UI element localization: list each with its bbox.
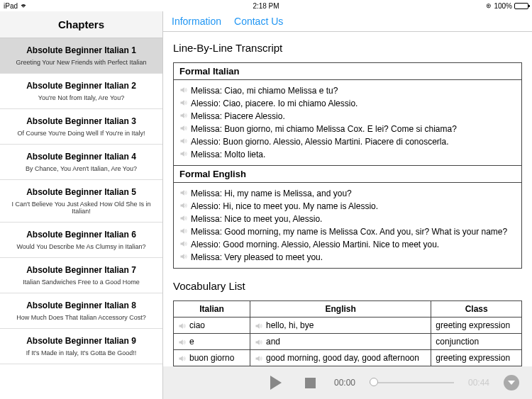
vocab-header-class: Class: [431, 301, 522, 317]
transcript-line[interactable]: Melissa: Good morning, my name is Meliss…: [179, 225, 516, 238]
battery-label: 100%: [494, 2, 512, 10]
sound-icon[interactable]: [178, 354, 187, 363]
carrier-label: iPad: [4, 2, 18, 10]
transcript-line[interactable]: Alessio: Good morning. Alessio, Alessio …: [179, 238, 516, 251]
chapter-item[interactable]: Absolute Beginner Italian 8How Much Does…: [0, 293, 162, 329]
play-button[interactable]: [266, 373, 286, 393]
sound-icon[interactable]: [179, 189, 188, 197]
transcript-line[interactable]: Melissa: Piacere Alessio.: [179, 110, 516, 123]
chapter-subtitle: If It's Made in Italy, It's Gotta Be Goo…: [6, 349, 157, 356]
sound-icon[interactable]: [255, 322, 263, 330]
status-time: 2:18 PM: [253, 2, 279, 10]
information-link[interactable]: Information: [172, 16, 221, 27]
contact-link[interactable]: Contact Us: [234, 16, 283, 27]
chapter-item[interactable]: Absolute Beginner Italian 3Of Course You…: [0, 109, 162, 145]
stop-icon: [305, 378, 316, 388]
transcript-text: Melissa: Buon giorno, mi chiamo Melissa …: [191, 123, 457, 135]
chapter-subtitle: I Can't Believe You Just Asked How Old S…: [6, 201, 157, 215]
transcript-line[interactable]: Alessio: Hi, nice to meet you. My name i…: [179, 200, 516, 213]
table-cell[interactable]: hello, hi, bye: [250, 317, 431, 334]
chapter-list[interactable]: Absolute Beginner Italian 1Greeting Your…: [0, 38, 162, 399]
transcript-text: Alessio: Good morning. Alessio, Alessio …: [191, 238, 439, 251]
chapter-title: Absolute Beginner Italian 1: [6, 45, 157, 55]
sound-icon[interactable]: [179, 111, 188, 120]
slider-thumb[interactable]: [370, 378, 378, 386]
sound-icon[interactable]: [179, 137, 188, 145]
collapse-button[interactable]: [504, 375, 519, 390]
table-cell[interactable]: e: [174, 334, 250, 350]
sound-icon[interactable]: [178, 338, 187, 347]
transcript-line[interactable]: Alessio: Buon giorno. Alessio, Alessio M…: [179, 135, 516, 148]
sound-icon[interactable]: [179, 201, 188, 210]
vocab-text: good morning, good day, good afternoon: [266, 353, 419, 363]
transcript-line[interactable]: Melissa: Buon giorno, mi chiamo Melissa …: [179, 123, 516, 135]
transcript-text: Melissa: Piacere Alessio.: [191, 110, 285, 123]
sound-icon[interactable]: [179, 86, 188, 94]
transcript-line[interactable]: Melissa: Molto lieta.: [179, 148, 516, 161]
transcript-line[interactable]: Melissa: Hi, my name is Melissa, and you…: [179, 187, 516, 200]
formal-english-header: Formal English: [174, 165, 521, 183]
table-row: eandconjunction: [174, 334, 522, 350]
audio-current-time: 00:00: [334, 378, 355, 388]
chapter-title: Absolute Beginner Italian 9: [6, 336, 157, 346]
chapter-title: Absolute Beginner Italian 3: [6, 116, 157, 126]
table-cell[interactable]: and: [250, 334, 431, 350]
wifi-icon: [20, 3, 27, 9]
sound-icon[interactable]: [179, 150, 188, 158]
content-pane: Information Contact Us Line-By-Line Tran…: [163, 11, 532, 399]
sound-icon[interactable]: [255, 338, 263, 347]
status-bar: iPad 2:18 PM ⊛ 100%: [0, 0, 532, 11]
table-cell[interactable]: buon giorno: [174, 350, 250, 366]
transcript-text: Melissa: Good morning, my name is Meliss…: [191, 225, 507, 238]
sound-icon[interactable]: [179, 227, 188, 235]
battery-icon: [514, 3, 528, 9]
chapter-subtitle: By Chance, You Aren't Italian, Are You?: [6, 165, 157, 172]
sound-icon[interactable]: [179, 240, 188, 248]
vocab-header-italian: Italian: [174, 301, 250, 317]
transcript-line[interactable]: Melissa: Very pleased to meet you.: [179, 251, 516, 264]
table-cell[interactable]: good morning, good day, good afternoon: [250, 350, 431, 366]
content-body[interactable]: Line-By-Line Transcript Formal Italian M…: [163, 32, 532, 399]
stop-button[interactable]: [300, 373, 320, 393]
audio-slider[interactable]: [370, 382, 454, 383]
transcript-line[interactable]: Melissa: Ciao, mi chiamo Melissa e tu?: [179, 84, 516, 97]
chapter-item[interactable]: Absolute Beginner Italian 4By Chance, Yo…: [0, 145, 162, 180]
sound-icon[interactable]: [179, 252, 188, 261]
chapter-title: Absolute Beginner Italian 4: [6, 152, 157, 162]
transcript-text: Melissa: Ciao, mi chiamo Melissa e tu?: [191, 84, 338, 97]
transcript-box: Formal Italian Melissa: Ciao, mi chiamo …: [173, 62, 522, 269]
sound-icon[interactable]: [179, 124, 188, 133]
chapter-subtitle: You're Not from Italy, Are You?: [6, 94, 157, 101]
transcript-line[interactable]: Melissa: Nice to meet you, Alessio.: [179, 213, 516, 225]
transcript-text: Melissa: Very pleased to meet you.: [191, 251, 323, 264]
transcript-text: Alessio: Buon giorno. Alessio, Alessio M…: [191, 135, 449, 148]
status-right: ⊛ 100%: [486, 2, 528, 10]
content-header: Information Contact Us: [163, 11, 532, 32]
chapter-item[interactable]: Absolute Beginner Italian 7Italian Sandw…: [0, 258, 162, 293]
chapter-title: Absolute Beginner Italian 5: [6, 187, 157, 197]
play-icon: [270, 376, 282, 390]
chapter-item[interactable]: Absolute Beginner Italian 9If It's Made …: [0, 329, 162, 364]
chapter-item[interactable]: Absolute Beginner Italian 2You're Not fr…: [0, 74, 162, 109]
chapter-subtitle: Italian Sandwiches Free to a Good Home: [6, 279, 157, 286]
vocab-header-english: English: [250, 301, 431, 317]
chapter-item[interactable]: Absolute Beginner Italian 5I Can't Belie…: [0, 180, 162, 223]
transcript-line[interactable]: Alessio: Ciao, piacere. Io mi chiamo Ale…: [179, 97, 516, 110]
chapter-title: Absolute Beginner Italian 6: [6, 230, 157, 240]
chapter-item[interactable]: Absolute Beginner Italian 6Would You Des…: [0, 223, 162, 258]
transcript-text: Alessio: Ciao, piacere. Io mi chiamo Ale…: [191, 97, 358, 110]
audio-total-time: 00:44: [468, 378, 489, 388]
sound-icon[interactable]: [179, 214, 188, 223]
formal-italian-lines: Melissa: Ciao, mi chiamo Melissa e tu?Al…: [174, 80, 521, 165]
transcript-title: Line-By-Line Transcript: [173, 42, 522, 54]
chapter-item[interactable]: Absolute Beginner Italian 1Greeting Your…: [0, 38, 162, 74]
sound-icon[interactable]: [255, 354, 263, 363]
chapter-subtitle: Of Course You're Doing Well If You're in…: [6, 130, 157, 137]
sound-icon[interactable]: [179, 99, 188, 107]
vocab-text: and: [266, 337, 280, 347]
vocab-table: Italian English Class ciaohello, hi, bye…: [173, 300, 522, 366]
vocab-text: ciao: [189, 320, 205, 330]
sound-icon[interactable]: [178, 322, 187, 330]
table-cell[interactable]: ciao: [174, 317, 250, 334]
table-cell: conjunction: [431, 334, 522, 350]
